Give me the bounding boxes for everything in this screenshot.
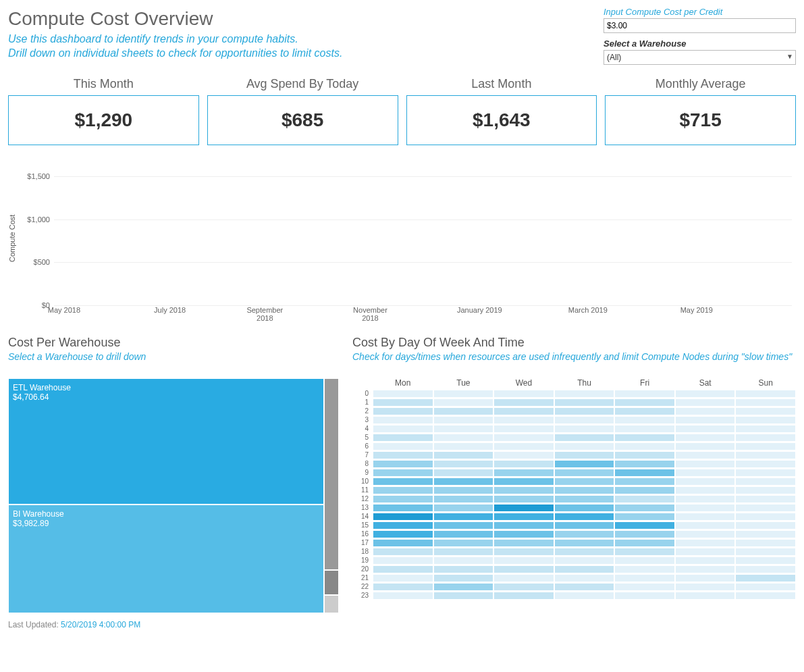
heatmap-cell[interactable] [373,583,433,591]
heatmap-cell[interactable] [373,416,433,424]
heatmap-cell[interactable] [675,425,736,433]
heatmap-cell[interactable] [735,434,796,442]
heatmap-cell[interactable] [373,451,433,459]
heatmap-cell[interactable] [493,477,554,486]
heatmap-cell[interactable] [614,513,675,521]
heatmap-cell[interactable] [614,557,675,565]
heatmap-cell[interactable] [493,592,554,600]
heatmap-cell[interactable] [735,398,796,407]
heatmap-cell[interactable] [614,486,675,494]
heatmap-cell[interactable] [735,451,796,459]
treemap-cell-other2[interactable] [324,570,339,595]
heatmap-cell[interactable] [554,530,615,538]
heatmap-cell[interactable] [554,442,615,450]
heatmap-cell[interactable] [554,574,615,582]
heatmap-cell[interactable] [554,557,615,565]
heatmap-cell[interactable] [554,548,615,556]
heatmap-cell[interactable] [373,557,433,565]
heatmap-cell[interactable] [554,460,615,468]
heatmap-cell[interactable] [373,460,433,468]
heatmap-cell[interactable] [373,477,433,486]
heatmap-cell[interactable] [735,495,796,503]
heatmap-cell[interactable] [554,425,615,433]
heatmap-cell[interactable] [433,521,494,529]
heatmap-cell[interactable] [614,469,675,477]
heatmap-cell[interactable] [735,477,796,486]
heatmap-cell[interactable] [735,469,796,477]
heatmap-cell[interactable] [735,425,796,433]
heatmap-cell[interactable] [675,513,736,521]
heatmap-cell[interactable] [373,442,433,450]
heatmap-cell[interactable] [433,486,494,494]
heatmap-cell[interactable] [614,398,675,407]
heatmap-cell[interactable] [493,451,554,459]
heatmap-cell[interactable] [433,548,494,556]
heatmap-cell[interactable] [554,565,615,573]
treemap-cell-other1[interactable] [324,378,339,570]
heatmap-cell[interactable] [373,398,433,407]
heatmap-cell[interactable] [493,495,554,503]
heatmap-cell[interactable] [554,583,615,591]
heatmap-cell[interactable] [433,495,494,503]
heatmap-cell[interactable] [735,548,796,556]
heatmap-cell[interactable] [433,460,494,468]
heatmap-cell[interactable] [735,557,796,565]
heatmap-cell[interactable] [493,486,554,494]
heatmap-cell[interactable] [554,477,615,486]
heatmap-cell[interactable] [735,513,796,521]
heatmap-cell[interactable] [373,548,433,556]
heatmap-cell[interactable] [675,530,736,538]
heatmap-cell[interactable] [614,390,675,398]
heatmap-cell[interactable] [373,390,433,398]
heatmap-cell[interactable] [373,434,433,442]
heatmap-cell[interactable] [675,504,736,512]
heatmap-cell[interactable] [493,469,554,477]
heatmap-cell[interactable] [493,390,554,398]
heatmap-cell[interactable] [675,434,736,442]
heatmap-cell[interactable] [614,477,675,486]
heatmap-cell[interactable] [735,583,796,591]
heatmap-cell[interactable] [675,486,736,494]
heatmap-cell[interactable] [554,469,615,477]
heatmap-cell[interactable] [493,548,554,556]
heatmap-cell[interactable] [554,407,615,415]
heatmap-cell[interactable] [554,513,615,521]
heatmap-cell[interactable] [675,495,736,503]
heatmap-cell[interactable] [373,469,433,477]
heatmap-cell[interactable] [554,398,615,407]
heatmap-cell[interactable] [675,477,736,486]
heatmap-cell[interactable] [373,486,433,494]
heatmap-cell[interactable] [493,565,554,573]
heatmap-cell[interactable] [373,425,433,433]
heatmap-cell[interactable] [614,548,675,556]
heatmap-cell[interactable] [614,434,675,442]
heatmap-cell[interactable] [554,504,615,512]
heatmap-cell[interactable] [433,539,494,547]
heatmap-cell[interactable] [493,416,554,424]
heatmap-cell[interactable] [614,592,675,600]
heatmap-cell[interactable] [735,390,796,398]
heatmap-cell[interactable] [554,592,615,600]
heatmap-cell[interactable] [433,390,494,398]
heatmap-cell[interactable] [554,486,615,494]
heatmap-cell[interactable] [433,425,494,433]
heatmap-cell[interactable] [493,434,554,442]
heatmap-cell[interactable] [433,398,494,407]
heatmap-cell[interactable] [493,407,554,415]
heatmap-cell[interactable] [493,574,554,582]
heatmap-cell[interactable] [433,407,494,415]
heatmap-cell[interactable] [735,416,796,424]
heatmap-cell[interactable] [433,574,494,582]
heatmap-cell[interactable] [675,416,736,424]
heatmap-cell[interactable] [614,407,675,415]
heatmap-cell[interactable] [614,416,675,424]
heatmap-cell[interactable] [493,425,554,433]
heatmap-cell[interactable] [554,434,615,442]
heatmap-cell[interactable] [675,539,736,547]
heatmap-cell[interactable] [554,416,615,424]
heatmap-cell[interactable] [433,442,494,450]
heatmap-cell[interactable] [373,504,433,512]
heatmap-cell[interactable] [493,557,554,565]
heatmap-cell[interactable] [433,592,494,600]
heatmap-cell[interactable] [433,434,494,442]
